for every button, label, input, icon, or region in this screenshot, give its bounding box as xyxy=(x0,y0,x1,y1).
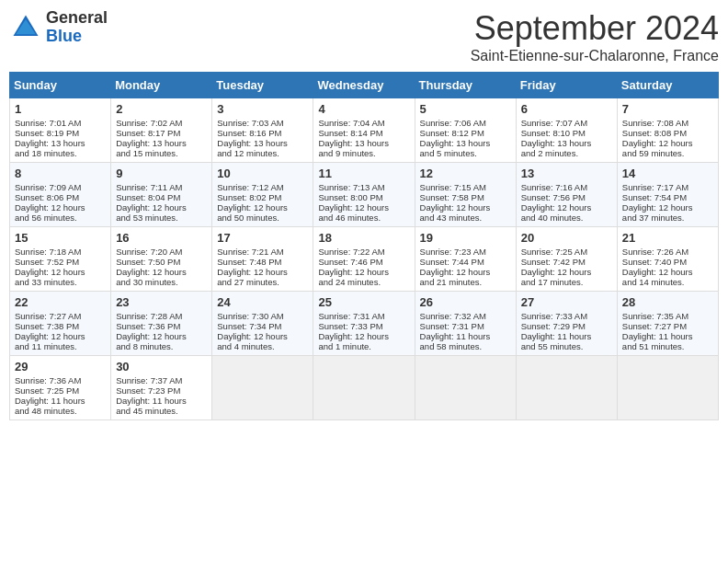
month-title: September 2024 xyxy=(471,9,719,48)
day-info-line: Daylight: 13 hours xyxy=(318,138,409,148)
calendar-cell: 13Sunrise: 7:16 AMSunset: 7:56 PMDayligh… xyxy=(516,163,617,227)
calendar-cell: 11Sunrise: 7:13 AMSunset: 8:00 PMDayligh… xyxy=(313,163,415,227)
day-number: 14 xyxy=(622,167,713,180)
calendar-header-row: SundayMondayTuesdayWednesdayThursdayFrid… xyxy=(10,73,719,98)
day-info-line: Sunset: 7:46 PM xyxy=(318,257,409,267)
location: Saint-Etienne-sur-Chalaronne, France xyxy=(471,48,719,64)
day-info-line: and 50 minutes. xyxy=(217,213,308,223)
day-number: 12 xyxy=(420,167,511,180)
calendar-cell xyxy=(212,356,313,420)
day-info-line: and 1 minute. xyxy=(318,341,409,351)
day-number: 15 xyxy=(15,231,106,245)
day-number: 19 xyxy=(420,231,511,245)
day-info-line: and 58 minutes. xyxy=(420,341,511,351)
day-info-line: Sunrise: 7:02 AM xyxy=(116,118,207,128)
calendar-week-2: 8Sunrise: 7:09 AMSunset: 8:06 PMDaylight… xyxy=(10,163,719,227)
day-info-line: Daylight: 12 hours xyxy=(116,331,207,341)
day-number: 9 xyxy=(116,167,207,180)
day-number: 18 xyxy=(318,231,409,245)
calendar-cell: 16Sunrise: 7:20 AMSunset: 7:50 PMDayligh… xyxy=(111,227,212,292)
calendar-cell: 24Sunrise: 7:30 AMSunset: 7:34 PMDayligh… xyxy=(212,292,313,356)
logo-text: General Blue xyxy=(46,9,108,46)
day-info-line: Sunset: 7:23 PM xyxy=(116,385,207,396)
day-of-week-saturday: Saturday xyxy=(617,73,718,98)
calendar-cell: 25Sunrise: 7:31 AMSunset: 7:33 PMDayligh… xyxy=(313,292,415,356)
day-number: 1 xyxy=(15,102,106,116)
calendar-cell: 27Sunrise: 7:33 AMSunset: 7:29 PMDayligh… xyxy=(516,292,617,356)
calendar-cell: 8Sunrise: 7:09 AMSunset: 8:06 PMDaylight… xyxy=(10,163,111,227)
day-info-line: Sunrise: 7:30 AM xyxy=(217,311,308,321)
calendar-cell: 6Sunrise: 7:07 AMSunset: 8:10 PMDaylight… xyxy=(516,98,617,163)
day-info-line: and 37 minutes. xyxy=(622,213,713,223)
day-info-line: Sunset: 8:04 PM xyxy=(116,192,207,202)
day-info-line: Daylight: 12 hours xyxy=(622,267,713,277)
day-info-line: Sunset: 7:29 PM xyxy=(521,321,612,331)
day-info-line: Daylight: 12 hours xyxy=(15,267,106,277)
calendar-cell xyxy=(617,356,718,420)
calendar-cell xyxy=(313,356,415,420)
calendar-cell: 7Sunrise: 7:08 AMSunset: 8:08 PMDaylight… xyxy=(617,98,718,163)
day-info-line: and 18 minutes. xyxy=(15,148,106,158)
day-info-line: Daylight: 11 hours xyxy=(15,396,106,406)
day-number: 8 xyxy=(15,167,106,180)
day-info-line: Daylight: 11 hours xyxy=(521,331,612,341)
calendar-cell: 1Sunrise: 7:01 AMSunset: 8:19 PMDaylight… xyxy=(10,98,111,163)
day-info-line: Sunrise: 7:04 AM xyxy=(318,118,409,128)
day-info-line: Sunrise: 7:32 AM xyxy=(420,311,511,321)
day-info-line: and 53 minutes. xyxy=(116,213,207,223)
day-of-week-sunday: Sunday xyxy=(10,73,111,98)
calendar-cell: 26Sunrise: 7:32 AMSunset: 7:31 PMDayligh… xyxy=(415,292,516,356)
day-info-line: Sunrise: 7:11 AM xyxy=(116,182,207,192)
calendar-cell: 30Sunrise: 7:37 AMSunset: 7:23 PMDayligh… xyxy=(111,356,212,420)
day-info-line: Daylight: 12 hours xyxy=(420,267,511,277)
calendar-cell: 29Sunrise: 7:36 AMSunset: 7:25 PMDayligh… xyxy=(10,356,111,420)
day-number: 26 xyxy=(420,295,511,309)
day-info-line: Sunset: 7:56 PM xyxy=(521,192,612,202)
calendar-cell: 5Sunrise: 7:06 AMSunset: 8:12 PMDaylight… xyxy=(415,98,516,163)
day-info-line: Sunrise: 7:15 AM xyxy=(420,182,511,192)
day-info-line: and 40 minutes. xyxy=(521,213,612,223)
day-info-line: Daylight: 12 hours xyxy=(318,331,409,341)
day-info-line: and 24 minutes. xyxy=(318,277,409,287)
day-info-line: Daylight: 12 hours xyxy=(217,202,308,213)
day-info-line: Sunrise: 7:17 AM xyxy=(622,182,713,192)
title-block: September 2024 Saint-Etienne-sur-Chalaro… xyxy=(471,9,719,64)
calendar-cell: 14Sunrise: 7:17 AMSunset: 7:54 PMDayligh… xyxy=(617,163,718,227)
calendar-week-1: 1Sunrise: 7:01 AMSunset: 8:19 PMDaylight… xyxy=(10,98,719,163)
day-number: 24 xyxy=(217,295,308,309)
day-number: 29 xyxy=(15,360,106,373)
calendar-cell: 4Sunrise: 7:04 AMSunset: 8:14 PMDaylight… xyxy=(313,98,415,163)
calendar-cell: 19Sunrise: 7:23 AMSunset: 7:44 PMDayligh… xyxy=(415,227,516,292)
calendar-cell: 12Sunrise: 7:15 AMSunset: 7:58 PMDayligh… xyxy=(415,163,516,227)
calendar-cell xyxy=(415,356,516,420)
day-of-week-wednesday: Wednesday xyxy=(313,73,415,98)
day-info-line: Daylight: 12 hours xyxy=(116,267,207,277)
calendar-cell: 9Sunrise: 7:11 AMSunset: 8:04 PMDaylight… xyxy=(111,163,212,227)
day-number: 28 xyxy=(622,295,713,309)
day-info-line: Daylight: 12 hours xyxy=(420,202,511,213)
day-info-line: Sunset: 8:17 PM xyxy=(116,128,207,138)
day-info-line: and 59 minutes. xyxy=(622,148,713,158)
day-info-line: Sunset: 8:02 PM xyxy=(217,192,308,202)
day-number: 22 xyxy=(15,295,106,309)
day-info-line: Sunrise: 7:21 AM xyxy=(217,247,308,257)
day-info-line: and 17 minutes. xyxy=(521,277,612,287)
day-info-line: and 11 minutes. xyxy=(15,341,106,351)
day-info-line: and 56 minutes. xyxy=(15,213,106,223)
day-info-line: and 27 minutes. xyxy=(217,277,308,287)
calendar-cell: 2Sunrise: 7:02 AMSunset: 8:17 PMDaylight… xyxy=(111,98,212,163)
day-info-line: and 55 minutes. xyxy=(521,341,612,351)
calendar-cell xyxy=(516,356,617,420)
day-info-line: Daylight: 12 hours xyxy=(622,202,713,213)
day-info-line: and 30 minutes. xyxy=(116,277,207,287)
day-info-line: Sunrise: 7:09 AM xyxy=(15,182,106,192)
day-info-line: and 43 minutes. xyxy=(420,213,511,223)
calendar-week-3: 15Sunrise: 7:18 AMSunset: 7:52 PMDayligh… xyxy=(10,227,719,292)
day-info-line: Sunrise: 7:12 AM xyxy=(217,182,308,192)
day-info-line: and 15 minutes. xyxy=(116,148,207,158)
day-info-line: Sunrise: 7:33 AM xyxy=(521,311,612,321)
day-info-line: Sunset: 7:44 PM xyxy=(420,257,511,267)
day-info-line: Sunset: 7:31 PM xyxy=(420,321,511,331)
day-info-line: and 33 minutes. xyxy=(15,277,106,287)
day-info-line: and 46 minutes. xyxy=(318,213,409,223)
